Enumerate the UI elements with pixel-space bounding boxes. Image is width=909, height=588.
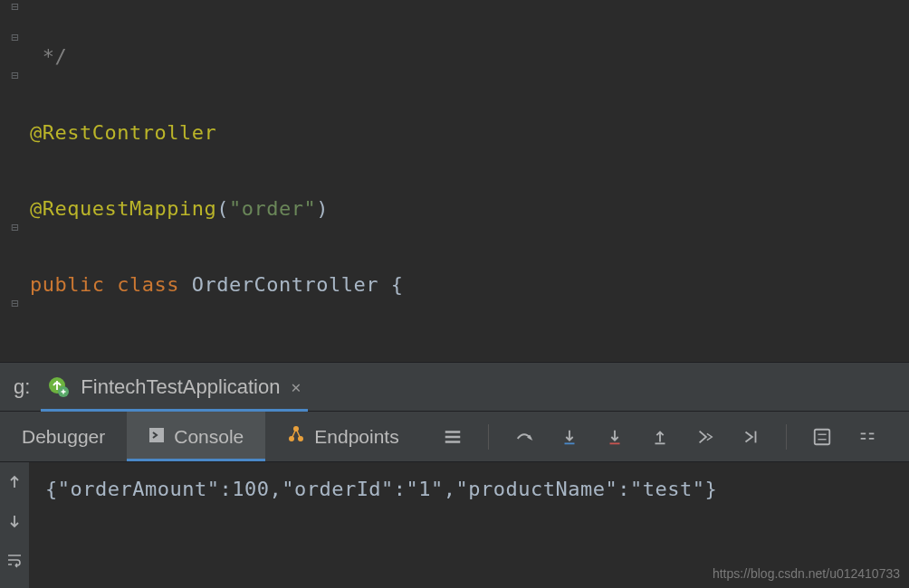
settings-icon[interactable] xyxy=(443,427,463,447)
code-content[interactable]: */ @RestController @RequestMapping("orde… xyxy=(30,0,909,362)
annotation-restcontroller: @RestController xyxy=(30,121,216,144)
fold-mark-icon[interactable]: ⊟ xyxy=(11,221,18,233)
tab-endpoints[interactable]: Endpoints xyxy=(265,412,420,461)
tab-label: Endpoints xyxy=(314,426,398,448)
svg-rect-12 xyxy=(814,429,829,444)
annotation-requestmapping: @RequestMapping xyxy=(30,197,216,220)
drop-frame-icon[interactable] xyxy=(695,427,715,447)
trace-icon[interactable] xyxy=(857,427,877,447)
evaluate-icon[interactable] xyxy=(812,427,832,447)
fold-mark-icon[interactable]: ⊟ xyxy=(11,69,18,81)
console-text: {"orderAmount":100,"orderId":"1","produc… xyxy=(45,478,717,500)
close-icon[interactable]: ✕ xyxy=(291,377,301,396)
console-side-toolbar xyxy=(0,462,30,588)
debug-toolbar: Debugger Console Endpoints xyxy=(0,412,909,462)
spring-boot-run-icon xyxy=(48,376,70,398)
run-to-cursor-icon[interactable] xyxy=(741,427,761,447)
keyword-public: public xyxy=(30,273,104,296)
run-tab-bar: g: FintechTestApplication ✕ xyxy=(0,362,909,412)
up-icon[interactable] xyxy=(5,473,24,496)
code-editor[interactable]: ⊟ ⊟ ⊟ ⊟ ⊟ */ @RestController @RequestMap… xyxy=(0,0,909,362)
console-icon xyxy=(148,426,165,448)
step-out-icon[interactable] xyxy=(650,427,670,447)
tab-debugger[interactable]: Debugger xyxy=(0,412,127,461)
tab-console[interactable]: Console xyxy=(127,412,265,461)
step-into-icon[interactable] xyxy=(560,427,579,447)
separator xyxy=(488,424,489,450)
editor-gutter: ⊟ ⊟ ⊟ ⊟ ⊟ xyxy=(0,0,30,362)
separator xyxy=(786,424,787,450)
fold-mark-icon[interactable]: ⊟ xyxy=(11,297,18,309)
code-comment: */ xyxy=(43,45,68,68)
run-config-name: FintechTestApplication xyxy=(81,375,280,399)
step-over-icon[interactable] xyxy=(514,427,534,447)
endpoints-icon xyxy=(287,425,305,448)
wrap-icon[interactable] xyxy=(5,551,24,574)
run-panel-label: g: xyxy=(14,375,30,399)
tab-label: Console xyxy=(174,426,244,448)
down-icon[interactable] xyxy=(5,512,24,535)
force-step-into-icon[interactable] xyxy=(605,427,625,447)
debug-toolbar-icons xyxy=(443,424,877,450)
string-literal: "order" xyxy=(229,197,316,220)
fold-mark-icon[interactable]: ⊟ xyxy=(11,31,18,43)
class-name: OrderController xyxy=(192,273,378,296)
fold-mark-icon[interactable]: ⊟ xyxy=(11,0,18,13)
tab-label: Debugger xyxy=(22,426,105,448)
run-config-tab[interactable]: FintechTestApplication ✕ xyxy=(41,363,308,411)
keyword-class: class xyxy=(117,273,179,296)
watermark: https://blog.csdn.net/u012410733 xyxy=(713,566,900,581)
